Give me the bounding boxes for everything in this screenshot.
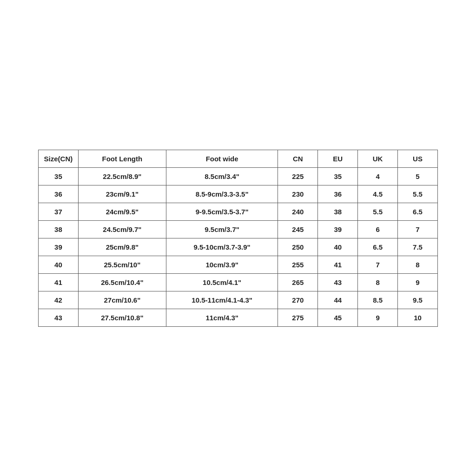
cell-foot_wide: 10.5cm/4.1" [166,273,278,291]
table-header-row: Size(CN) Foot Length Foot wide CN EU UK … [39,150,438,167]
cell-size_cn: 40 [39,256,79,273]
table-row: 3522.5cm/8.9"8.5cm/3.4"2253545 [39,167,438,185]
cell-us: 9 [398,273,438,291]
cell-foot_length: 27.5cm/10.8" [78,309,166,326]
cell-eu: 39 [318,220,358,238]
cell-eu: 45 [318,309,358,326]
header-foot-length: Foot Length [78,150,166,167]
cell-eu: 44 [318,291,358,309]
cell-eu: 38 [318,203,358,220]
cell-foot_length: 24cm/9.5" [78,203,166,220]
cell-foot_length: 25cm/9.8" [78,238,166,256]
cell-us: 5.5 [398,185,438,203]
cell-us: 7.5 [398,238,438,256]
cell-foot_length: 22.5cm/8.9" [78,167,166,185]
table-row: 4025.5cm/10"10cm/3.9"2554178 [39,256,438,273]
cell-foot_length: 24.5cm/9.7" [78,220,166,238]
cell-eu: 35 [318,167,358,185]
cell-us: 10 [398,309,438,326]
header-eu: EU [318,150,358,167]
cell-foot_length: 27cm/10.6" [78,291,166,309]
size-chart-container: Size(CN) Foot Length Foot wide CN EU UK … [38,150,438,327]
cell-foot_wide: 9-9.5cm/3.5-3.7" [166,203,278,220]
table-row: 4227cm/10.6"10.5-11cm/4.1-4.3"270448.59.… [39,291,438,309]
cell-uk: 8 [358,273,398,291]
table-row: 3824.5cm/9.7"9.5cm/3.7"2453967 [39,220,438,238]
cell-size_cn: 42 [39,291,79,309]
table-row: 4327.5cm/10.8"11cm/4.3"27545910 [39,309,438,326]
cell-us: 7 [398,220,438,238]
cell-uk: 9 [358,309,398,326]
cell-foot_wide: 8.5-9cm/3.3-3.5" [166,185,278,203]
cell-cn: 230 [278,185,318,203]
cell-size_cn: 36 [39,185,79,203]
cell-eu: 40 [318,238,358,256]
cell-foot_length: 26.5cm/10.4" [78,273,166,291]
cell-cn: 240 [278,203,318,220]
table-row: 3724cm/9.5"9-9.5cm/3.5-3.7"240385.56.5 [39,203,438,220]
cell-uk: 6 [358,220,398,238]
cell-uk: 8.5 [358,291,398,309]
cell-cn: 265 [278,273,318,291]
cell-foot_wide: 8.5cm/3.4" [166,167,278,185]
cell-foot_wide: 11cm/4.3" [166,309,278,326]
cell-uk: 4 [358,167,398,185]
cell-uk: 7 [358,256,398,273]
cell-foot_wide: 10.5-11cm/4.1-4.3" [166,291,278,309]
cell-foot_wide: 9.5cm/3.7" [166,220,278,238]
cell-eu: 41 [318,256,358,273]
cell-us: 8 [398,256,438,273]
cell-size_cn: 43 [39,309,79,326]
cell-size_cn: 35 [39,167,79,185]
size-chart-table: Size(CN) Foot Length Foot wide CN EU UK … [38,150,438,327]
cell-size_cn: 41 [39,273,79,291]
cell-size_cn: 37 [39,203,79,220]
cell-cn: 275 [278,309,318,326]
header-size-cn: Size(CN) [39,150,79,167]
cell-eu: 43 [318,273,358,291]
cell-cn: 270 [278,291,318,309]
cell-cn: 225 [278,167,318,185]
cell-eu: 36 [318,185,358,203]
header-cn: CN [278,150,318,167]
cell-us: 6.5 [398,203,438,220]
cell-us: 5 [398,167,438,185]
cell-foot_length: 25.5cm/10" [78,256,166,273]
header-uk: UK [358,150,398,167]
cell-uk: 5.5 [358,203,398,220]
cell-foot_wide: 9.5-10cm/3.7-3.9" [166,238,278,256]
cell-cn: 255 [278,256,318,273]
header-foot-wide: Foot wide [166,150,278,167]
table-row: 4126.5cm/10.4"10.5cm/4.1"2654389 [39,273,438,291]
cell-size_cn: 38 [39,220,79,238]
cell-foot_length: 23cm/9.1" [78,185,166,203]
cell-cn: 245 [278,220,318,238]
cell-us: 9.5 [398,291,438,309]
table-row: 3925cm/9.8"9.5-10cm/3.7-3.9"250406.57.5 [39,238,438,256]
cell-cn: 250 [278,238,318,256]
cell-uk: 4.5 [358,185,398,203]
cell-size_cn: 39 [39,238,79,256]
header-us: US [398,150,438,167]
cell-uk: 6.5 [358,238,398,256]
table-row: 3623cm/9.1"8.5-9cm/3.3-3.5"230364.55.5 [39,185,438,203]
cell-foot_wide: 10cm/3.9" [166,256,278,273]
